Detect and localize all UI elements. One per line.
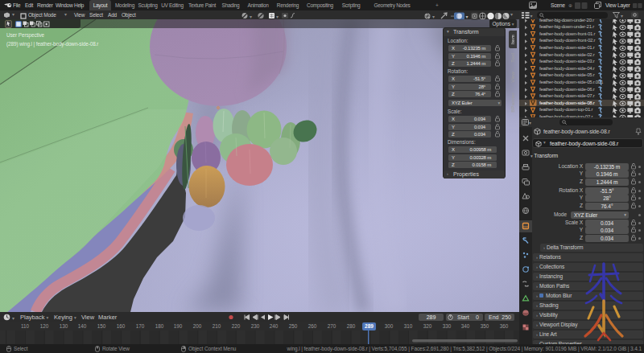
svg-text:▾: ▾ xyxy=(276,14,279,18)
svg-text:▾: ▾ xyxy=(12,316,14,321)
svg-text:▾: ▾ xyxy=(432,14,435,19)
svg-text:▾: ▾ xyxy=(250,14,252,18)
svg-text:▾: ▾ xyxy=(466,14,469,19)
